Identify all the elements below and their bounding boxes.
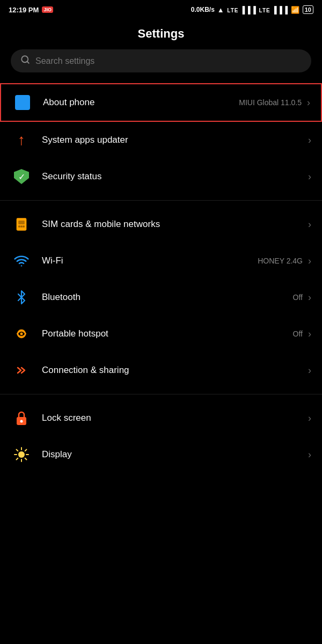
signal-icons: ▲ LTE ▐▐▐ LTE ▐▐▐ 📶 (217, 6, 300, 14)
search-bar[interactable]: Search settings (11, 49, 311, 72)
connection-sharing-label: Connection & sharing (42, 365, 129, 376)
wifi-value: HONEY 2.4G (258, 257, 303, 265)
svg-line-20 (25, 450, 27, 451)
settings-item-connection-sharing[interactable]: Connection & sharing › (0, 352, 322, 389)
svg-line-1 (27, 61, 28, 63)
svg-rect-5 (20, 225, 23, 228)
divider-2 (0, 394, 322, 394)
about-phone-chevron: › (307, 97, 310, 108)
svg-point-12 (18, 451, 25, 458)
svg-rect-6 (23, 225, 25, 228)
hotspot-value: Off (293, 330, 303, 338)
page-title: Settings (0, 17, 322, 49)
svg-line-17 (17, 450, 18, 451)
svg-line-19 (17, 458, 18, 460)
sim-cards-chevron: › (308, 219, 311, 230)
jio-badge: JIO (42, 6, 53, 13)
hotspot-label: Portable hotspot (42, 328, 108, 339)
time-display: 12:19 PM (9, 6, 39, 14)
bluetooth-icon (11, 287, 32, 308)
settings-item-wifi[interactable]: Wi-Fi HONEY 2.4G › (0, 243, 322, 279)
settings-item-display[interactable]: Display › (0, 436, 322, 473)
settings-item-lock-screen[interactable]: Lock screen › (0, 400, 322, 436)
svg-point-9 (20, 333, 23, 335)
svg-point-11 (20, 420, 23, 423)
divider-1 (0, 200, 322, 201)
display-label: Display (42, 449, 72, 460)
bluetooth-label: Bluetooth (42, 292, 80, 303)
svg-point-7 (21, 265, 22, 266)
hotspot-icon (11, 323, 32, 345)
lock-screen-label: Lock screen (42, 413, 91, 423)
wifi-chevron: › (308, 255, 311, 267)
status-right: 0.0KB/s ▲ LTE ▐▐▐ LTE ▐▐▐ 📶 10 (191, 5, 313, 14)
security-status-icon: ✓ (11, 166, 32, 187)
battery-indicator: 10 (303, 5, 313, 14)
status-left: 12:19 PM JIO (9, 6, 53, 14)
bluetooth-value: Off (293, 293, 303, 302)
bluetooth-chevron: › (308, 292, 311, 303)
status-bar: 12:19 PM JIO 0.0KB/s ▲ LTE ▐▐▐ LTE ▐▐▐ 📶… (0, 0, 322, 17)
hotspot-chevron: › (308, 328, 311, 340)
security-status-label: Security status (42, 171, 102, 182)
settings-item-about-phone[interactable]: About phone MIUI Global 11.0.5 › (0, 83, 322, 122)
system-apps-updater-icon: ↑ (11, 129, 32, 151)
sim-cards-label: SIM cards & mobile networks (42, 219, 160, 230)
settings-item-bluetooth[interactable]: Bluetooth Off › (0, 279, 322, 316)
lock-screen-icon (11, 407, 32, 429)
svg-rect-3 (18, 221, 25, 224)
settings-item-security-status[interactable]: ✓ Security status › (0, 158, 322, 195)
settings-item-system-apps-updater[interactable]: ↑ System apps updater › (0, 122, 322, 158)
search-placeholder: Search settings (35, 56, 94, 66)
display-icon (11, 444, 32, 465)
svg-line-18 (25, 458, 27, 460)
security-status-chevron: › (308, 171, 311, 182)
about-phone-icon (12, 92, 33, 113)
wifi-icon (11, 250, 32, 272)
wifi-label: Wi-Fi (42, 255, 63, 266)
about-phone-value: MIUI Global 11.0.5 (239, 98, 302, 107)
lock-screen-chevron: › (308, 413, 311, 424)
about-phone-label: About phone (43, 97, 94, 108)
search-icon (20, 55, 30, 67)
display-chevron: › (308, 449, 311, 460)
settings-item-sim-cards[interactable]: SIM cards & mobile networks › (0, 206, 322, 243)
sim-cards-icon (11, 214, 32, 235)
svg-rect-4 (18, 225, 20, 228)
connection-sharing-chevron: › (308, 365, 311, 376)
network-speed: 0.0KB/s (191, 6, 215, 13)
system-apps-updater-label: System apps updater (42, 135, 128, 145)
system-apps-updater-chevron: › (308, 135, 311, 146)
connection-sharing-icon (11, 360, 32, 381)
settings-item-hotspot[interactable]: Portable hotspot Off › (0, 316, 322, 352)
